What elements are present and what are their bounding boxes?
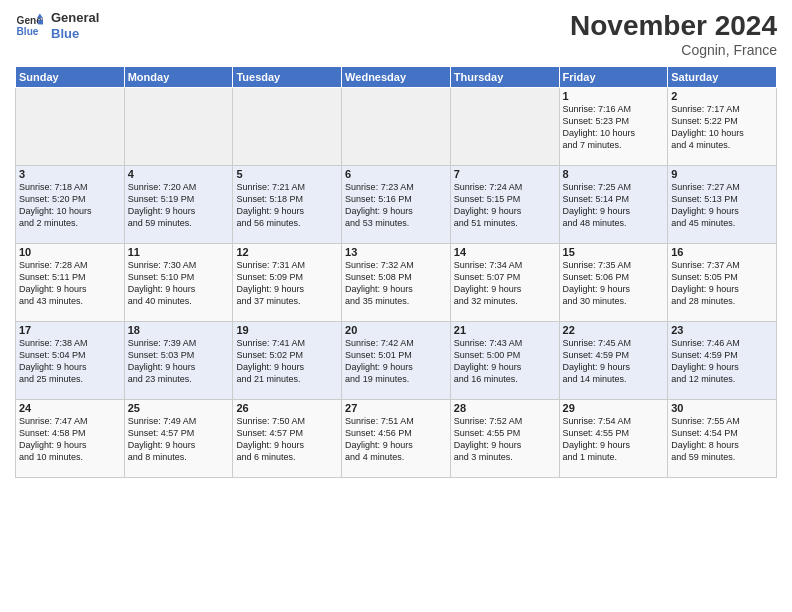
- day-cell: 13Sunrise: 7:32 AM Sunset: 5:08 PM Dayli…: [342, 244, 451, 322]
- day-number: 22: [563, 324, 665, 336]
- day-number: 18: [128, 324, 230, 336]
- day-cell: 12Sunrise: 7:31 AM Sunset: 5:09 PM Dayli…: [233, 244, 342, 322]
- svg-marker-3: [38, 19, 43, 24]
- day-info: Sunrise: 7:28 AM Sunset: 5:11 PM Dayligh…: [19, 259, 121, 308]
- day-cell: 25Sunrise: 7:49 AM Sunset: 4:57 PM Dayli…: [124, 400, 233, 478]
- day-info: Sunrise: 7:16 AM Sunset: 5:23 PM Dayligh…: [563, 103, 665, 152]
- day-number: 10: [19, 246, 121, 258]
- header-monday: Monday: [124, 67, 233, 88]
- svg-text:Blue: Blue: [17, 25, 39, 36]
- day-number: 25: [128, 402, 230, 414]
- day-cell: 3Sunrise: 7:18 AM Sunset: 5:20 PM Daylig…: [16, 166, 125, 244]
- day-number: 16: [671, 246, 773, 258]
- day-cell: [233, 88, 342, 166]
- day-number: 5: [236, 168, 338, 180]
- day-info: Sunrise: 7:49 AM Sunset: 4:57 PM Dayligh…: [128, 415, 230, 464]
- day-info: Sunrise: 7:20 AM Sunset: 5:19 PM Dayligh…: [128, 181, 230, 230]
- header-wednesday: Wednesday: [342, 67, 451, 88]
- calendar: Sunday Monday Tuesday Wednesday Thursday…: [15, 66, 777, 478]
- day-cell: 6Sunrise: 7:23 AM Sunset: 5:16 PM Daylig…: [342, 166, 451, 244]
- day-number: 23: [671, 324, 773, 336]
- day-info: Sunrise: 7:55 AM Sunset: 4:54 PM Dayligh…: [671, 415, 773, 464]
- day-info: Sunrise: 7:35 AM Sunset: 5:06 PM Dayligh…: [563, 259, 665, 308]
- header: General Blue General Blue November 2024 …: [15, 10, 777, 58]
- day-info: Sunrise: 7:39 AM Sunset: 5:03 PM Dayligh…: [128, 337, 230, 386]
- day-info: Sunrise: 7:50 AM Sunset: 4:57 PM Dayligh…: [236, 415, 338, 464]
- day-cell: 8Sunrise: 7:25 AM Sunset: 5:14 PM Daylig…: [559, 166, 668, 244]
- day-cell: 11Sunrise: 7:30 AM Sunset: 5:10 PM Dayli…: [124, 244, 233, 322]
- day-info: Sunrise: 7:52 AM Sunset: 4:55 PM Dayligh…: [454, 415, 556, 464]
- week-row-3: 10Sunrise: 7:28 AM Sunset: 5:11 PM Dayli…: [16, 244, 777, 322]
- day-number: 14: [454, 246, 556, 258]
- day-number: 8: [563, 168, 665, 180]
- day-number: 19: [236, 324, 338, 336]
- day-info: Sunrise: 7:25 AM Sunset: 5:14 PM Dayligh…: [563, 181, 665, 230]
- day-number: 28: [454, 402, 556, 414]
- header-thursday: Thursday: [450, 67, 559, 88]
- day-info: Sunrise: 7:45 AM Sunset: 4:59 PM Dayligh…: [563, 337, 665, 386]
- day-info: Sunrise: 7:41 AM Sunset: 5:02 PM Dayligh…: [236, 337, 338, 386]
- day-cell: [450, 88, 559, 166]
- day-info: Sunrise: 7:21 AM Sunset: 5:18 PM Dayligh…: [236, 181, 338, 230]
- day-cell: 9Sunrise: 7:27 AM Sunset: 5:13 PM Daylig…: [668, 166, 777, 244]
- day-cell: 20Sunrise: 7:42 AM Sunset: 5:01 PM Dayli…: [342, 322, 451, 400]
- day-cell: 1Sunrise: 7:16 AM Sunset: 5:23 PM Daylig…: [559, 88, 668, 166]
- day-cell: 2Sunrise: 7:17 AM Sunset: 5:22 PM Daylig…: [668, 88, 777, 166]
- week-row-5: 24Sunrise: 7:47 AM Sunset: 4:58 PM Dayli…: [16, 400, 777, 478]
- day-cell: [342, 88, 451, 166]
- day-number: 13: [345, 246, 447, 258]
- day-info: Sunrise: 7:46 AM Sunset: 4:59 PM Dayligh…: [671, 337, 773, 386]
- week-row-4: 17Sunrise: 7:38 AM Sunset: 5:04 PM Dayli…: [16, 322, 777, 400]
- day-cell: 16Sunrise: 7:37 AM Sunset: 5:05 PM Dayli…: [668, 244, 777, 322]
- day-number: 12: [236, 246, 338, 258]
- day-number: 29: [563, 402, 665, 414]
- day-cell: 5Sunrise: 7:21 AM Sunset: 5:18 PM Daylig…: [233, 166, 342, 244]
- day-number: 21: [454, 324, 556, 336]
- day-info: Sunrise: 7:34 AM Sunset: 5:07 PM Dayligh…: [454, 259, 556, 308]
- day-number: 3: [19, 168, 121, 180]
- day-number: 15: [563, 246, 665, 258]
- day-info: Sunrise: 7:24 AM Sunset: 5:15 PM Dayligh…: [454, 181, 556, 230]
- day-cell: 26Sunrise: 7:50 AM Sunset: 4:57 PM Dayli…: [233, 400, 342, 478]
- day-info: Sunrise: 7:51 AM Sunset: 4:56 PM Dayligh…: [345, 415, 447, 464]
- day-info: Sunrise: 7:18 AM Sunset: 5:20 PM Dayligh…: [19, 181, 121, 230]
- week-row-1: 1Sunrise: 7:16 AM Sunset: 5:23 PM Daylig…: [16, 88, 777, 166]
- day-number: 26: [236, 402, 338, 414]
- title-block: November 2024 Cognin, France: [570, 10, 777, 58]
- logo-icon: General Blue: [15, 12, 43, 40]
- day-info: Sunrise: 7:47 AM Sunset: 4:58 PM Dayligh…: [19, 415, 121, 464]
- day-number: 11: [128, 246, 230, 258]
- day-number: 17: [19, 324, 121, 336]
- day-info: Sunrise: 7:30 AM Sunset: 5:10 PM Dayligh…: [128, 259, 230, 308]
- header-tuesday: Tuesday: [233, 67, 342, 88]
- day-info: Sunrise: 7:38 AM Sunset: 5:04 PM Dayligh…: [19, 337, 121, 386]
- day-cell: 17Sunrise: 7:38 AM Sunset: 5:04 PM Dayli…: [16, 322, 125, 400]
- day-info: Sunrise: 7:42 AM Sunset: 5:01 PM Dayligh…: [345, 337, 447, 386]
- day-number: 9: [671, 168, 773, 180]
- day-info: Sunrise: 7:32 AM Sunset: 5:08 PM Dayligh…: [345, 259, 447, 308]
- day-cell: [124, 88, 233, 166]
- day-info: Sunrise: 7:27 AM Sunset: 5:13 PM Dayligh…: [671, 181, 773, 230]
- day-cell: 29Sunrise: 7:54 AM Sunset: 4:55 PM Dayli…: [559, 400, 668, 478]
- day-number: 30: [671, 402, 773, 414]
- day-cell: 19Sunrise: 7:41 AM Sunset: 5:02 PM Dayli…: [233, 322, 342, 400]
- day-number: 4: [128, 168, 230, 180]
- header-sunday: Sunday: [16, 67, 125, 88]
- day-info: Sunrise: 7:43 AM Sunset: 5:00 PM Dayligh…: [454, 337, 556, 386]
- day-number: 6: [345, 168, 447, 180]
- header-saturday: Saturday: [668, 67, 777, 88]
- day-info: Sunrise: 7:31 AM Sunset: 5:09 PM Dayligh…: [236, 259, 338, 308]
- logo: General Blue General Blue: [15, 10, 99, 41]
- weekday-header-row: Sunday Monday Tuesday Wednesday Thursday…: [16, 67, 777, 88]
- page: General Blue General Blue November 2024 …: [0, 0, 792, 612]
- location: Cognin, France: [570, 42, 777, 58]
- day-info: Sunrise: 7:37 AM Sunset: 5:05 PM Dayligh…: [671, 259, 773, 308]
- day-cell: 4Sunrise: 7:20 AM Sunset: 5:19 PM Daylig…: [124, 166, 233, 244]
- day-info: Sunrise: 7:54 AM Sunset: 4:55 PM Dayligh…: [563, 415, 665, 464]
- day-cell: 18Sunrise: 7:39 AM Sunset: 5:03 PM Dayli…: [124, 322, 233, 400]
- day-info: Sunrise: 7:17 AM Sunset: 5:22 PM Dayligh…: [671, 103, 773, 152]
- day-cell: 10Sunrise: 7:28 AM Sunset: 5:11 PM Dayli…: [16, 244, 125, 322]
- logo-line1: General: [51, 10, 99, 26]
- day-number: 20: [345, 324, 447, 336]
- day-cell: 24Sunrise: 7:47 AM Sunset: 4:58 PM Dayli…: [16, 400, 125, 478]
